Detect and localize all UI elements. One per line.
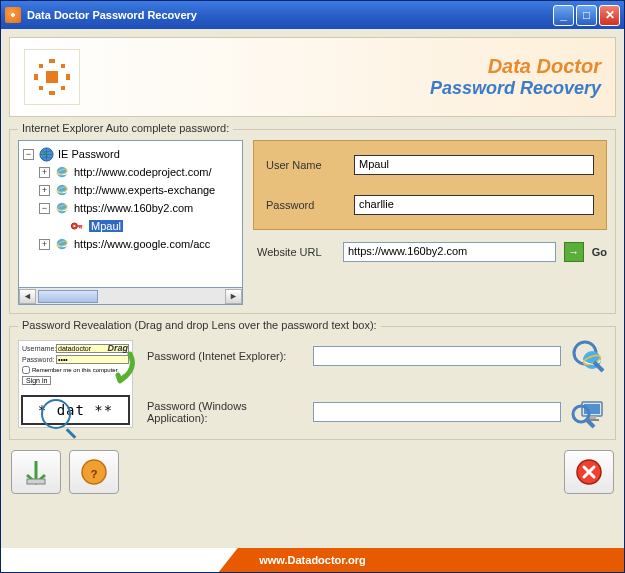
- username-field[interactable]: Mpaul: [354, 155, 594, 175]
- expand-icon[interactable]: +: [39, 185, 50, 196]
- svg-rect-1: [49, 91, 55, 95]
- tree-item[interactable]: + https://www.google.com/acc: [23, 235, 238, 253]
- close-button[interactable]: ✕: [599, 5, 620, 26]
- svg-point-12: [57, 185, 68, 196]
- close-icon: [574, 457, 604, 487]
- reveal-win-label: Password (Windows Application):: [147, 400, 305, 424]
- tree-item-label: https://www.google.com/acc: [74, 238, 210, 250]
- scroll-right-button[interactable]: ►: [225, 289, 242, 304]
- drag-arrow-icon: [100, 349, 140, 389]
- svg-rect-0: [49, 59, 55, 63]
- go-button[interactable]: →: [564, 242, 584, 262]
- svg-text:?: ?: [91, 468, 98, 480]
- tree-item-label: http://www.experts-exchange: [74, 184, 215, 196]
- help-button[interactable]: ?: [69, 450, 119, 494]
- app-window: Data Doctor Password Recovery _ □ ✕ Data…: [0, 0, 625, 573]
- username-label: User Name: [266, 159, 344, 171]
- collapse-icon[interactable]: −: [39, 203, 50, 214]
- tree-root[interactable]: − IE Password: [23, 145, 238, 163]
- save-button[interactable]: [11, 450, 61, 494]
- logo: [24, 49, 80, 105]
- ie-icon: [54, 164, 70, 180]
- svg-rect-2: [34, 74, 38, 80]
- zoom-preview: * dat **: [21, 395, 130, 425]
- save-icon: [21, 457, 51, 487]
- svg-point-21: [57, 239, 68, 250]
- exit-button[interactable]: [564, 450, 614, 494]
- ie-icon: [54, 200, 70, 216]
- expand-icon[interactable]: +: [39, 239, 50, 250]
- drag-lens-demo[interactable]: Drag Username:datadoctor Password:•••• R…: [18, 340, 133, 428]
- reveal-ie-field[interactable]: [313, 346, 561, 366]
- window-controls: _ □ ✕: [553, 5, 620, 26]
- minimize-button[interactable]: _: [553, 5, 574, 26]
- window-title: Data Doctor Password Recovery: [27, 9, 553, 21]
- credentials-panel: User Name Mpaul Password charllie Websit…: [253, 140, 607, 305]
- tree-item-label: http://www.codeproject.com/: [74, 166, 212, 178]
- globe-icon: [38, 146, 54, 162]
- bottom-toolbar: ?: [9, 446, 616, 498]
- tree-selected-label: Mpaul: [89, 220, 123, 232]
- maximize-button[interactable]: □: [576, 5, 597, 26]
- reveal-group-label: Password Revealation (Drag and drop Lens…: [18, 319, 381, 331]
- svg-rect-6: [39, 86, 43, 90]
- reveal-group: Password Revealation (Drag and drop Lens…: [9, 326, 616, 440]
- tree-root-label: IE Password: [58, 148, 120, 160]
- scroll-left-button[interactable]: ◄: [19, 289, 36, 304]
- header-line1: Data Doctor: [430, 55, 601, 78]
- reveal-ie-row: Password (Intenet Explorer):: [147, 337, 607, 375]
- reveal-ie-label: Password (Intenet Explorer):: [147, 350, 305, 362]
- reveal-fields: Password (Intenet Explorer): Password (W…: [147, 337, 607, 431]
- arrow-right-icon: →: [568, 246, 579, 258]
- url-label: Website URL: [257, 246, 335, 258]
- app-icon: [5, 7, 21, 23]
- svg-rect-3: [66, 74, 70, 80]
- password-row: Password charllie: [266, 195, 594, 215]
- lens-icon[interactable]: [41, 399, 71, 429]
- tree-item-label: https://www.160by2.com: [74, 202, 193, 214]
- scroll-thumb[interactable]: [38, 290, 98, 303]
- tree-item[interactable]: + http://www.experts-exchange: [23, 181, 238, 199]
- svg-rect-7: [61, 86, 65, 90]
- password-label: Password: [266, 199, 344, 211]
- titlebar[interactable]: Data Doctor Password Recovery _ □ ✕: [1, 1, 624, 29]
- reveal-win-field[interactable]: [313, 402, 561, 422]
- footer-bar: www.Datadoctor.org: [1, 548, 624, 572]
- footer-link[interactable]: www.Datadoctor.org: [259, 554, 366, 566]
- tree-item[interactable]: − https://www.160by2.com: [23, 199, 238, 217]
- svg-rect-20: [79, 227, 80, 228]
- ie-icon: [54, 236, 70, 252]
- key-icon: [69, 218, 85, 234]
- ie-lens-icon: [569, 337, 607, 375]
- client-area: Data Doctor Password Recovery Internet E…: [1, 29, 624, 548]
- go-label: Go: [592, 246, 607, 258]
- autocomplete-group-label: Internet Explorer Auto complete password…: [18, 122, 233, 134]
- header-banner: Data Doctor Password Recovery: [9, 37, 616, 117]
- svg-rect-19: [81, 227, 82, 229]
- credentials-box: User Name Mpaul Password charllie: [253, 140, 607, 230]
- svg-line-32: [587, 420, 594, 427]
- tree-item-selected[interactable]: Mpaul: [23, 217, 238, 235]
- expand-icon[interactable]: −: [23, 149, 34, 160]
- svg-point-14: [57, 203, 68, 214]
- svg-rect-4: [39, 64, 43, 68]
- help-icon: ?: [79, 457, 109, 487]
- tree-item[interactable]: + http://www.codeproject.com/: [23, 163, 238, 181]
- svg-point-10: [57, 167, 68, 178]
- monitor-lens-icon: [569, 393, 607, 431]
- tree-scrollbar[interactable]: ◄ ►: [18, 288, 243, 305]
- svg-rect-5: [61, 64, 65, 68]
- ie-icon: [54, 182, 70, 198]
- svg-rect-33: [27, 479, 45, 484]
- url-field[interactable]: https://www.160by2.com: [343, 242, 556, 262]
- tree-panel: − IE Password + http://www.codeproject.c…: [18, 140, 243, 305]
- password-field[interactable]: charllie: [354, 195, 594, 215]
- svg-rect-18: [77, 225, 82, 227]
- autocomplete-group: Internet Explorer Auto complete password…: [9, 129, 616, 314]
- reveal-win-row: Password (Windows Application):: [147, 393, 607, 431]
- expand-icon[interactable]: +: [39, 167, 50, 178]
- password-tree[interactable]: − IE Password + http://www.codeproject.c…: [18, 140, 243, 288]
- svg-point-17: [73, 225, 75, 227]
- header-text: Data Doctor Password Recovery: [430, 55, 601, 99]
- username-row: User Name Mpaul: [266, 155, 594, 175]
